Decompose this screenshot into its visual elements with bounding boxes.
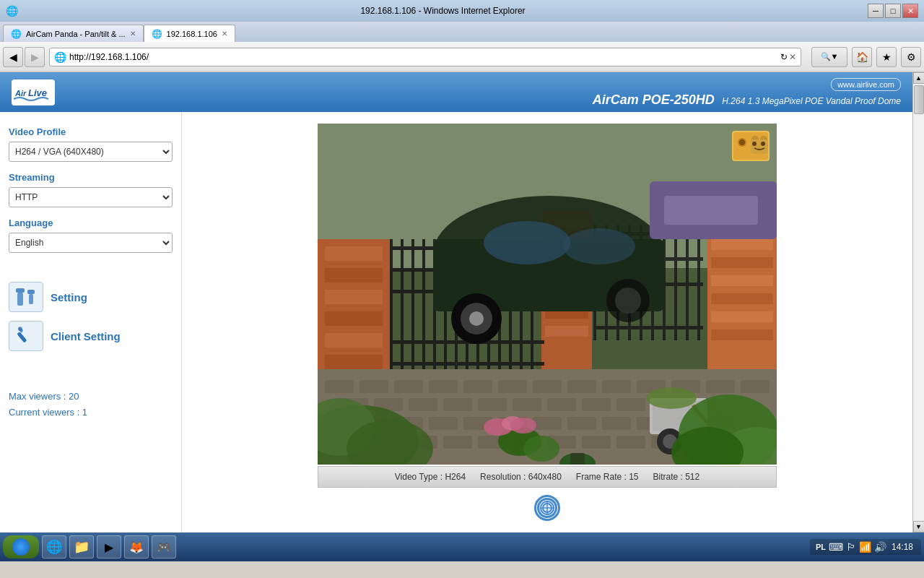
home-button[interactable]: 🏠 <box>852 47 872 67</box>
toolbar-icons: 🔍▼ 🏠 ★ ⚙ <box>811 47 921 67</box>
scrollbar-vertical[interactable]: ▲ ▼ <box>912 72 924 532</box>
svg-rect-151 <box>570 453 585 465</box>
scroll-track <box>913 84 924 521</box>
svg-rect-33 <box>711 239 773 250</box>
nav-buttons: ◀ ▶ <box>3 47 45 67</box>
taskbar-firefox[interactable]: 🦊 <box>124 535 149 558</box>
scroll-thumb[interactable] <box>914 85 924 114</box>
svg-rect-3 <box>16 288 25 293</box>
taskbar-game[interactable]: 🎮 <box>152 535 176 558</box>
streaming-select[interactable]: HTTP UDP TCP <box>9 187 173 207</box>
streaming-label: Streaming <box>9 172 173 183</box>
window-title: 192.168.1.106 - Windows Internet Explore… <box>18 6 868 16</box>
svg-rect-104 <box>582 398 611 411</box>
svg-rect-87 <box>429 380 458 393</box>
logo-area: Air Live <box>12 79 55 105</box>
svg-point-159 <box>752 142 757 146</box>
svg-rect-6 <box>29 294 33 304</box>
svg-rect-127 <box>582 436 611 449</box>
back-button[interactable]: ◀ <box>3 47 23 67</box>
page-area: Air Live www.airlive.com AirCam POE-250H… <box>0 72 924 532</box>
window-icon: 🌐 <box>6 5 18 17</box>
setting-label: Setting <box>51 291 87 303</box>
address-refresh-icon[interactable]: ↻ <box>780 52 788 62</box>
video-feed <box>318 124 777 465</box>
address-input[interactable] <box>69 52 777 62</box>
tools-button[interactable]: ⚙ <box>901 47 921 67</box>
svg-point-74 <box>484 221 570 264</box>
svg-rect-114 <box>533 417 562 430</box>
svg-rect-15 <box>325 311 383 326</box>
svg-rect-101 <box>478 398 507 411</box>
svg-rect-37 <box>711 311 773 322</box>
system-clock: 14:18 <box>889 542 915 552</box>
svg-rect-90 <box>533 380 562 393</box>
close-button[interactable]: ✕ <box>902 4 918 18</box>
tab-close-airlive[interactable]: ✕ <box>130 30 136 38</box>
svg-rect-35 <box>711 275 773 286</box>
tab-close-192[interactable]: ✕ <box>222 30 227 38</box>
main-layout: Video Profile H264 / VGA (640X480) H264 … <box>0 112 912 532</box>
taskbar-explorer[interactable]: 📁 <box>69 535 94 558</box>
language-select[interactable]: English 繁體中文 简体中文 Deutsch Français <box>9 233 173 253</box>
svg-text:Air: Air <box>14 89 27 98</box>
window-controls: ─ □ ✕ <box>868 4 918 18</box>
video-profile-select[interactable]: H264 / VGA (640X480) H264 / HD (1280X720… <box>9 142 173 162</box>
forward-button[interactable]: ▶ <box>25 47 45 67</box>
address-x-icon[interactable]: ✕ <box>789 52 796 62</box>
nav-bar: ◀ ▶ 🌐 ↻ ✕ 🔍▼ 🏠 ★ ⚙ <box>0 42 924 72</box>
minimize-button[interactable]: ─ <box>868 4 884 18</box>
client-setting-label: Client Setting <box>51 330 121 342</box>
tab-192[interactable]: 🌐 192.168.1.106 ✕ <box>144 25 235 42</box>
svg-rect-36 <box>711 293 773 304</box>
start-button[interactable] <box>3 535 39 558</box>
tab-airlive[interactable]: 🌐 AirCam Panda - Pan/tilt & ... ✕ <box>3 25 144 42</box>
client-setting-menu-item[interactable]: Client Setting <box>9 316 173 355</box>
current-viewers: Current viewers : 1 <box>9 405 173 420</box>
client-setting-icon <box>9 321 43 351</box>
volume-icon: 🔊 <box>874 541 886 553</box>
search-go-button[interactable]: 🔍▼ <box>811 47 847 67</box>
svg-rect-103 <box>547 398 576 411</box>
scroll-up-arrow[interactable]: ▲ <box>913 72 925 84</box>
language-label: Language <box>9 217 173 228</box>
svg-rect-123 <box>443 436 472 449</box>
svg-point-149 <box>510 418 536 434</box>
svg-rect-84 <box>325 380 354 393</box>
video-bitrate: Bitrate : 512 <box>653 472 700 482</box>
sidebar-menu: Setting Client Setting <box>9 277 173 355</box>
product-desc: H.264 1.3 MegaPixel POE Vandal Proof Dom… <box>722 96 901 106</box>
svg-rect-34 <box>711 257 773 268</box>
svg-rect-105 <box>616 398 645 411</box>
svg-rect-38 <box>711 329 773 340</box>
page-content: Air Live www.airlive.com AirCam POE-250H… <box>0 72 912 532</box>
fullscreen-button[interactable] <box>534 495 560 521</box>
scroll-down-arrow[interactable]: ▼ <box>913 521 925 532</box>
svg-rect-29 <box>545 326 588 337</box>
svg-rect-12 <box>325 246 383 261</box>
max-viewers: Max viewers : 20 <box>9 389 173 405</box>
setting-menu-item[interactable]: Setting <box>9 277 173 316</box>
svg-rect-41 <box>411 239 414 369</box>
viewer-info: Max viewers : 20 Current viewers : 1 <box>9 377 173 420</box>
system-tray: PL ⌨ 🏳 📶 🔊 14:18 <box>810 539 921 555</box>
favorites-button[interactable]: ★ <box>876 47 897 67</box>
taskbar-ie[interactable]: 🌐 <box>42 535 66 558</box>
svg-rect-13 <box>325 268 383 282</box>
browser-window: 🌐 192.168.1.106 - Windows Internet Explo… <box>0 0 924 72</box>
video-profile-label: Video Profile <box>9 126 173 137</box>
product-info: www.airlive.com AirCam POE-250HD H.264 1… <box>593 77 901 108</box>
svg-rect-100 <box>443 398 472 411</box>
svg-rect-88 <box>463 380 492 393</box>
svg-rect-91 <box>567 380 596 393</box>
svg-rect-111 <box>429 417 458 430</box>
fullscreen-icon <box>537 498 557 518</box>
svg-rect-99 <box>409 398 437 411</box>
svg-rect-17 <box>325 355 383 369</box>
tab-bar: 🌐 AirCam Panda - Pan/tilt & ... ✕ 🌐 192.… <box>0 22 924 42</box>
tab-icon-192: 🌐 <box>152 29 162 39</box>
taskbar-media[interactable]: ▶ <box>97 535 121 558</box>
maximize-button[interactable]: □ <box>885 4 901 18</box>
svg-rect-158 <box>751 139 768 154</box>
tab-label-192: 192.168.1.106 <box>167 30 217 38</box>
